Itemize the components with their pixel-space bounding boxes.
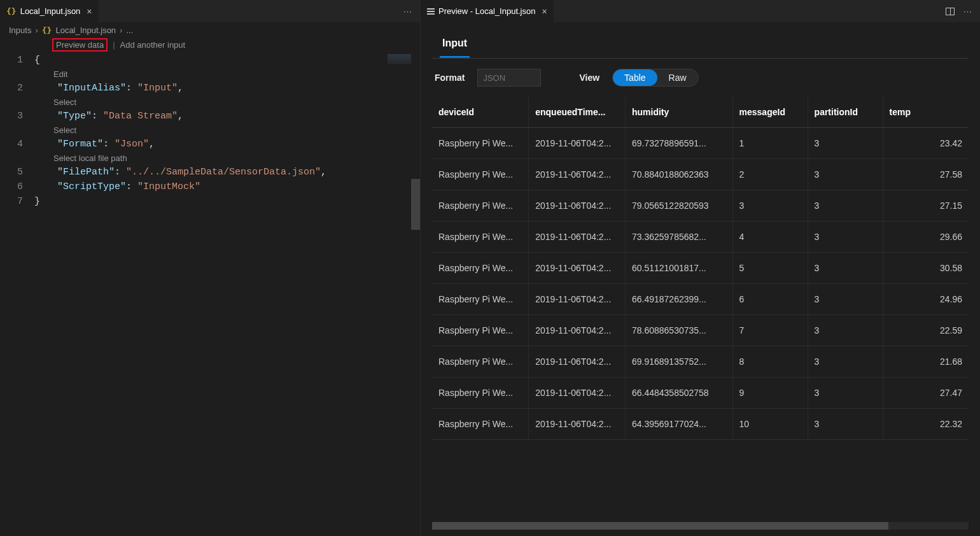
- col-humidity[interactable]: humidity: [625, 97, 732, 128]
- table-row[interactable]: Raspberry Pi We...2019-11-06T04:2...69.7…: [432, 128, 969, 159]
- cell-messageid: 9: [732, 377, 808, 409]
- cell-temp: 22.32: [883, 409, 969, 440]
- cell-enqueuedtime: 2019-11-06T04:2...: [529, 377, 626, 409]
- codelens-row: Preview data | Add another input: [0, 38, 420, 52]
- cell-deviceid: Raspberry Pi We...: [432, 128, 529, 159]
- data-table: deviceId enqueuedTime... humidity messag…: [432, 97, 969, 440]
- cell-enqueuedtime: 2019-11-06T04:2...: [529, 128, 626, 159]
- cell-deviceid: Raspberry Pi We...: [432, 253, 529, 284]
- close-icon[interactable]: ×: [87, 6, 92, 17]
- cell-messageid: 10: [732, 409, 808, 440]
- codelens-separator: |: [113, 40, 115, 50]
- breadcrumb-seg[interactable]: ...: [126, 25, 133, 35]
- json-file-icon: {}: [6, 6, 17, 16]
- cell-humidity: 66.4484358502758: [625, 377, 732, 409]
- col-messageid[interactable]: messageId: [732, 97, 808, 128]
- cell-deviceid: Raspberry Pi We...: [432, 377, 529, 409]
- format-input[interactable]: [477, 69, 541, 87]
- cell-humidity: 78.60886530735...: [625, 315, 732, 346]
- table-row[interactable]: Raspberry Pi We...2019-11-06T04:2...66.4…: [432, 377, 969, 409]
- breadcrumb[interactable]: Inputs › {} Local_Input.json › ...: [0, 22, 420, 38]
- col-partitionid[interactable]: partitionId: [808, 97, 883, 128]
- cell-partitionid: 3: [808, 284, 883, 315]
- view-table-button[interactable]: Table: [613, 69, 657, 86]
- view-toggle: Table Raw: [612, 69, 698, 87]
- horizontal-scrollbar[interactable]: [432, 522, 969, 530]
- cell-humidity: 69.91689135752...: [625, 346, 732, 377]
- table-row[interactable]: Raspberry Pi We...2019-11-06T04:2...73.3…: [432, 222, 969, 253]
- cell-humidity: 69.73278896591...: [625, 128, 732, 159]
- cell-messageid: 4: [732, 222, 808, 253]
- split-editor-icon[interactable]: [946, 8, 955, 15]
- scrollbar-thumb[interactable]: [411, 179, 420, 230]
- format-label: Format: [435, 73, 465, 83]
- preview-inner-tabs: Input: [432, 32, 969, 59]
- table-row[interactable]: Raspberry Pi We...2019-11-06T04:2...64.3…: [432, 409, 969, 440]
- preview-controls: Format View Table Raw: [432, 59, 969, 97]
- cell-partitionid: 3: [808, 377, 883, 409]
- table-row[interactable]: Raspberry Pi We...2019-11-06T04:2...79.0…: [432, 190, 969, 222]
- cell-temp: 24.96: [883, 284, 969, 315]
- cell-partitionid: 3: [808, 128, 883, 159]
- view-raw-button[interactable]: Raw: [657, 69, 698, 86]
- breadcrumb-seg[interactable]: Local_Input.json: [55, 25, 116, 35]
- cell-partitionid: 3: [808, 315, 883, 346]
- cell-partitionid: 3: [808, 222, 883, 253]
- cell-enqueuedtime: 2019-11-06T04:2...: [529, 346, 626, 377]
- inlay-hint: Select: [34, 95, 420, 109]
- cell-messageid: 5: [732, 253, 808, 284]
- cell-deviceid: Raspberry Pi We...: [432, 409, 529, 440]
- cell-partitionid: 3: [808, 190, 883, 222]
- col-temp[interactable]: temp: [883, 97, 969, 128]
- inlay-hint: Select: [34, 123, 420, 137]
- chevron-right-icon: ›: [120, 25, 122, 35]
- cell-messageid: 2: [732, 159, 808, 190]
- tab-label: Preview - Local_Input.json: [438, 6, 535, 16]
- scrollbar-thumb[interactable]: [432, 522, 888, 530]
- data-table-wrap[interactable]: deviceId enqueuedTime... humidity messag…: [432, 97, 969, 519]
- cell-humidity: 70.8840188062363: [625, 159, 732, 190]
- editor-tabbar-actions: ···: [396, 0, 420, 22]
- col-enqueuedtime[interactable]: enqueuedTime...: [529, 97, 626, 128]
- overview-ruler[interactable]: [411, 52, 420, 536]
- preview-tabbar: Preview - Local_Input.json × ···: [421, 0, 980, 22]
- cell-temp: 27.47: [883, 377, 969, 409]
- cell-temp: 27.58: [883, 159, 969, 190]
- cell-messageid: 3: [732, 190, 808, 222]
- table-row[interactable]: Raspberry Pi We...2019-11-06T04:2...66.4…: [432, 284, 969, 315]
- codelens-preview-data[interactable]: Preview data: [52, 38, 108, 52]
- cell-enqueuedtime: 2019-11-06T04:2...: [529, 284, 626, 315]
- cell-messageid: 6: [732, 284, 808, 315]
- cell-humidity: 64.39569177024...: [625, 409, 732, 440]
- col-deviceid[interactable]: deviceId: [432, 97, 529, 128]
- table-row[interactable]: Raspberry Pi We...2019-11-06T04:2...69.9…: [432, 346, 969, 377]
- cell-enqueuedtime: 2019-11-06T04:2...: [529, 315, 626, 346]
- more-actions-icon[interactable]: ···: [963, 6, 972, 16]
- table-row[interactable]: Raspberry Pi We...2019-11-06T04:2...70.8…: [432, 159, 969, 190]
- table-row[interactable]: Raspberry Pi We...2019-11-06T04:2...78.6…: [432, 315, 969, 346]
- cell-enqueuedtime: 2019-11-06T04:2...: [529, 222, 626, 253]
- cell-humidity: 66.49187262399...: [625, 284, 732, 315]
- codelens-add-another-input[interactable]: Add another input: [120, 40, 186, 50]
- breadcrumb-seg[interactable]: Inputs: [9, 25, 31, 35]
- cell-humidity: 79.0565122820593: [625, 190, 732, 222]
- code-editor[interactable]: 1 2 3 4 5 6 7 { Edit "InputAlias": "Inpu…: [0, 52, 420, 536]
- cell-deviceid: Raspberry Pi We...: [432, 346, 529, 377]
- tab-preview[interactable]: Preview - Local_Input.json ×: [421, 0, 554, 22]
- cell-partitionid: 3: [808, 346, 883, 377]
- cell-humidity: 73.36259785682...: [625, 222, 732, 253]
- tab-local-input-json[interactable]: {} Local_Input.json ×: [0, 0, 99, 22]
- cell-deviceid: Raspberry Pi We...: [432, 284, 529, 315]
- inlay-hint: Edit: [34, 67, 420, 81]
- tab-input[interactable]: Input: [440, 32, 470, 58]
- preview-tabbar-actions: ···: [938, 0, 980, 22]
- code-body[interactable]: { Edit "InputAlias": "Input", Select "Ty…: [34, 52, 420, 536]
- close-icon[interactable]: ×: [542, 6, 547, 17]
- cell-humidity: 60.51121001817...: [625, 253, 732, 284]
- more-actions-icon[interactable]: ···: [403, 6, 412, 16]
- json-file-icon: {}: [42, 25, 52, 35]
- inlay-hint: Select local file path: [34, 152, 420, 165]
- editor-pane: {} Local_Input.json × ··· Inputs › {} Lo…: [0, 0, 420, 536]
- table-row[interactable]: Raspberry Pi We...2019-11-06T04:2...60.5…: [432, 253, 969, 284]
- view-label: View: [579, 73, 599, 83]
